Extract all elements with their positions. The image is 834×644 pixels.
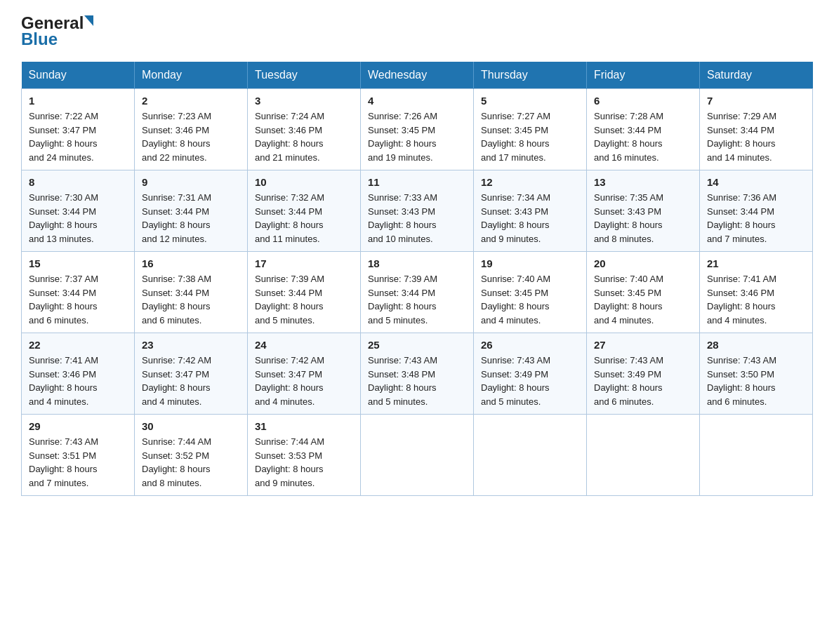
day-number: 12 [481, 176, 579, 188]
calendar-cell: 11Sunrise: 7:33 AMSunset: 3:43 PMDayligh… [361, 170, 474, 252]
day-number: 29 [29, 420, 127, 432]
day-info: Sunrise: 7:23 AMSunset: 3:46 PMDaylight:… [142, 109, 240, 164]
day-info: Sunrise: 7:35 AMSunset: 3:43 PMDaylight:… [594, 191, 692, 246]
calendar-cell [361, 415, 474, 496]
day-number: 13 [594, 176, 692, 188]
day-number: 30 [142, 420, 240, 432]
day-info: Sunrise: 7:42 AMSunset: 3:47 PMDaylight:… [255, 354, 353, 408]
day-info: Sunrise: 7:37 AMSunset: 3:44 PMDaylight:… [29, 272, 127, 327]
day-info: Sunrise: 7:34 AMSunset: 3:43 PMDaylight:… [481, 191, 579, 246]
day-number: 26 [481, 339, 579, 351]
calendar-cell: 29Sunrise: 7:43 AMSunset: 3:51 PMDayligh… [22, 415, 135, 496]
calendar-cell: 26Sunrise: 7:43 AMSunset: 3:49 PMDayligh… [474, 333, 587, 415]
day-number: 22 [29, 339, 127, 351]
day-number: 16 [142, 257, 240, 269]
day-info: Sunrise: 7:33 AMSunset: 3:43 PMDaylight:… [368, 191, 466, 246]
day-number: 1 [29, 95, 127, 107]
day-number: 20 [594, 257, 692, 269]
calendar-cell: 27Sunrise: 7:43 AMSunset: 3:49 PMDayligh… [587, 333, 700, 415]
day-number: 8 [29, 176, 127, 188]
day-info: Sunrise: 7:43 AMSunset: 3:48 PMDaylight:… [368, 354, 466, 408]
day-number: 23 [142, 339, 240, 351]
day-number: 10 [255, 176, 353, 188]
day-info: Sunrise: 7:40 AMSunset: 3:45 PMDaylight:… [594, 272, 692, 327]
day-info: Sunrise: 7:31 AMSunset: 3:44 PMDaylight:… [142, 191, 240, 246]
calendar-cell: 18Sunrise: 7:39 AMSunset: 3:44 PMDayligh… [361, 252, 474, 333]
calendar-cell: 28Sunrise: 7:43 AMSunset: 3:50 PMDayligh… [700, 333, 813, 415]
day-number: 17 [255, 257, 353, 269]
calendar-week-row: 1Sunrise: 7:22 AMSunset: 3:47 PMDaylight… [22, 89, 813, 170]
calendar-table: SundayMondayTuesdayWednesdayThursdayFrid… [21, 62, 813, 496]
weekday-header-tuesday: Tuesday [248, 62, 361, 89]
day-info: Sunrise: 7:29 AMSunset: 3:44 PMDaylight:… [707, 109, 805, 164]
calendar-cell: 3Sunrise: 7:24 AMSunset: 3:46 PMDaylight… [248, 89, 361, 170]
logo-arrow-icon [84, 15, 93, 26]
calendar-cell: 15Sunrise: 7:37 AMSunset: 3:44 PMDayligh… [22, 252, 135, 333]
calendar-cell: 6Sunrise: 7:28 AMSunset: 3:44 PMDaylight… [587, 89, 700, 170]
calendar-cell: 7Sunrise: 7:29 AMSunset: 3:44 PMDaylight… [700, 89, 813, 170]
day-info: Sunrise: 7:24 AMSunset: 3:46 PMDaylight:… [255, 109, 353, 164]
day-number: 7 [707, 95, 805, 107]
calendar-cell [587, 415, 700, 496]
calendar-week-row: 29Sunrise: 7:43 AMSunset: 3:51 PMDayligh… [22, 415, 813, 496]
day-info: Sunrise: 7:41 AMSunset: 3:46 PMDaylight:… [707, 272, 805, 327]
day-info: Sunrise: 7:43 AMSunset: 3:51 PMDaylight:… [29, 435, 127, 490]
calendar-cell: 17Sunrise: 7:39 AMSunset: 3:44 PMDayligh… [248, 252, 361, 333]
day-number: 21 [707, 257, 805, 269]
weekday-header-friday: Friday [587, 62, 700, 89]
day-info: Sunrise: 7:43 AMSunset: 3:49 PMDaylight:… [594, 354, 692, 408]
day-number: 19 [481, 257, 579, 269]
calendar-cell: 24Sunrise: 7:42 AMSunset: 3:47 PMDayligh… [248, 333, 361, 415]
day-info: Sunrise: 7:43 AMSunset: 3:50 PMDaylight:… [707, 354, 805, 408]
day-info: Sunrise: 7:39 AMSunset: 3:44 PMDaylight:… [255, 272, 353, 327]
day-info: Sunrise: 7:40 AMSunset: 3:45 PMDaylight:… [481, 272, 579, 327]
logo: General Blue [21, 14, 94, 49]
calendar-cell: 8Sunrise: 7:30 AMSunset: 3:44 PMDaylight… [22, 170, 135, 252]
calendar-cell: 22Sunrise: 7:41 AMSunset: 3:46 PMDayligh… [22, 333, 135, 415]
calendar-cell: 1Sunrise: 7:22 AMSunset: 3:47 PMDaylight… [22, 89, 135, 170]
weekday-header-thursday: Thursday [474, 62, 587, 89]
day-number: 31 [255, 420, 353, 432]
day-number: 9 [142, 176, 240, 188]
day-number: 27 [594, 339, 692, 351]
day-info: Sunrise: 7:39 AMSunset: 3:44 PMDaylight:… [368, 272, 466, 327]
calendar-cell: 2Sunrise: 7:23 AMSunset: 3:46 PMDaylight… [135, 89, 248, 170]
day-info: Sunrise: 7:36 AMSunset: 3:44 PMDaylight:… [707, 191, 805, 246]
calendar-cell: 19Sunrise: 7:40 AMSunset: 3:45 PMDayligh… [474, 252, 587, 333]
calendar-cell: 16Sunrise: 7:38 AMSunset: 3:44 PMDayligh… [135, 252, 248, 333]
day-info: Sunrise: 7:44 AMSunset: 3:52 PMDaylight:… [142, 435, 240, 490]
weekday-header-wednesday: Wednesday [361, 62, 474, 89]
day-number: 25 [368, 339, 466, 351]
weekday-header-saturday: Saturday [700, 62, 813, 89]
day-number: 4 [368, 95, 466, 107]
weekday-header-monday: Monday [135, 62, 248, 89]
calendar-cell: 14Sunrise: 7:36 AMSunset: 3:44 PMDayligh… [700, 170, 813, 252]
day-info: Sunrise: 7:32 AMSunset: 3:44 PMDaylight:… [255, 191, 353, 246]
calendar-header-row: SundayMondayTuesdayWednesdayThursdayFrid… [22, 62, 813, 89]
calendar-week-row: 8Sunrise: 7:30 AMSunset: 3:44 PMDaylight… [22, 170, 813, 252]
day-info: Sunrise: 7:43 AMSunset: 3:49 PMDaylight:… [481, 354, 579, 408]
calendar-cell: 31Sunrise: 7:44 AMSunset: 3:53 PMDayligh… [248, 415, 361, 496]
calendar-cell: 10Sunrise: 7:32 AMSunset: 3:44 PMDayligh… [248, 170, 361, 252]
day-number: 14 [707, 176, 805, 188]
calendar-cell [474, 415, 587, 496]
calendar-cell: 4Sunrise: 7:26 AMSunset: 3:45 PMDaylight… [361, 89, 474, 170]
day-info: Sunrise: 7:38 AMSunset: 3:44 PMDaylight:… [142, 272, 240, 327]
page-header: General Blue [21, 14, 813, 49]
day-info: Sunrise: 7:30 AMSunset: 3:44 PMDaylight:… [29, 191, 127, 246]
calendar-week-row: 15Sunrise: 7:37 AMSunset: 3:44 PMDayligh… [22, 252, 813, 333]
logo-text-blue: Blue [21, 29, 58, 48]
day-number: 28 [707, 339, 805, 351]
day-number: 15 [29, 257, 127, 269]
day-info: Sunrise: 7:42 AMSunset: 3:47 PMDaylight:… [142, 354, 240, 408]
calendar-cell: 5Sunrise: 7:27 AMSunset: 3:45 PMDaylight… [474, 89, 587, 170]
day-number: 2 [142, 95, 240, 107]
day-number: 24 [255, 339, 353, 351]
day-info: Sunrise: 7:22 AMSunset: 3:47 PMDaylight:… [29, 109, 127, 164]
day-number: 11 [368, 176, 466, 188]
day-info: Sunrise: 7:27 AMSunset: 3:45 PMDaylight:… [481, 109, 579, 164]
day-number: 3 [255, 95, 353, 107]
calendar-cell: 12Sunrise: 7:34 AMSunset: 3:43 PMDayligh… [474, 170, 587, 252]
calendar-cell: 23Sunrise: 7:42 AMSunset: 3:47 PMDayligh… [135, 333, 248, 415]
day-info: Sunrise: 7:28 AMSunset: 3:44 PMDaylight:… [594, 109, 692, 164]
